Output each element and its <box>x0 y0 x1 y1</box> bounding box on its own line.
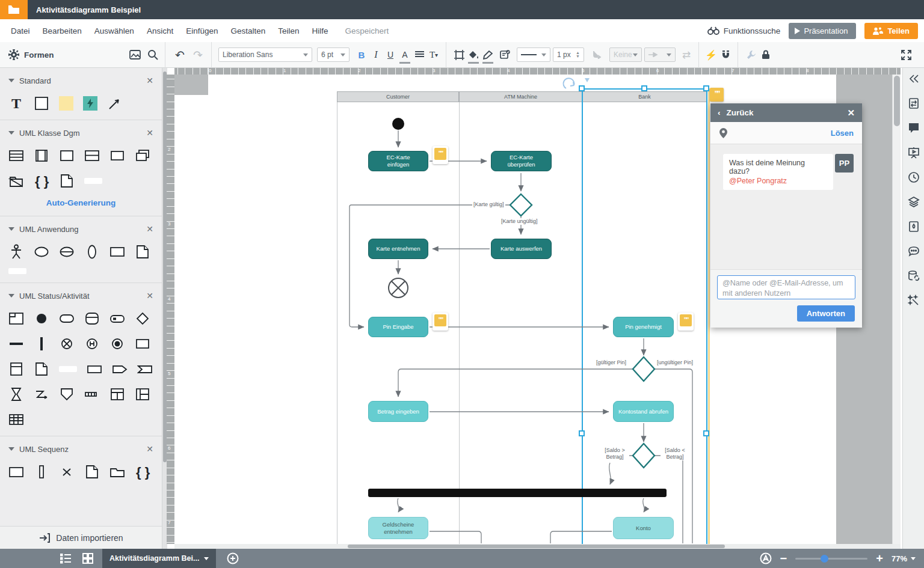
activation-bar-shape[interactable] <box>34 464 49 480</box>
note-shape[interactable] <box>34 361 49 377</box>
zoom-in-button[interactable]: + <box>876 552 883 566</box>
section-title[interactable]: UML Status/Aktivität <box>19 292 90 301</box>
edge-label[interactable]: [Saldo > Betrag] <box>600 447 629 460</box>
edge-label[interactable]: [Saldo < Betrag] <box>661 447 689 460</box>
menu-teilen[interactable]: Teilen <box>278 26 299 35</box>
menu-bearbeiten[interactable]: Bearbeiten <box>43 26 82 35</box>
link-line-shape[interactable] <box>59 366 77 372</box>
use-case-extension-shape[interactable] <box>59 244 75 260</box>
line-style-select[interactable] <box>517 47 550 62</box>
history-icon[interactable] <box>908 171 920 183</box>
activity-node[interactable]: EC-Karte überprüfen <box>491 151 552 171</box>
rectangle-shape[interactable] <box>135 336 150 352</box>
auto-generate-link[interactable]: Auto-Generierung <box>8 198 153 207</box>
selection-handle[interactable] <box>579 430 585 436</box>
class2-shape[interactable] <box>84 148 100 163</box>
collapse-panel-icon[interactable] <box>908 73 920 85</box>
system-ellipse-shape[interactable] <box>84 244 100 260</box>
section-title[interactable]: UML Sequenz <box>19 445 69 454</box>
image-insert-icon[interactable] <box>128 47 142 62</box>
line-color-icon[interactable] <box>481 47 495 62</box>
flow-final-shape[interactable] <box>59 336 75 352</box>
use-case-shape[interactable] <box>34 244 49 260</box>
menu-einfuegen[interactable]: Einfügen <box>186 26 218 35</box>
map-pin-icon[interactable] <box>719 127 728 139</box>
note-shape[interactable] <box>135 244 150 260</box>
section-title[interactable]: Standard <box>19 76 51 85</box>
actor-shape[interactable] <box>8 244 24 260</box>
selection-handle[interactable] <box>641 85 647 91</box>
selection-handle[interactable] <box>579 85 585 91</box>
collapse-triangle-icon[interactable] <box>8 79 14 82</box>
close-icon[interactable] <box>146 444 153 454</box>
comment-mention[interactable]: @Peter Pongratz <box>729 177 827 185</box>
activity-node[interactable]: Betrag eingeben <box>368 401 428 422</box>
package-shape[interactable] <box>8 173 24 189</box>
comments-icon[interactable] <box>908 122 920 134</box>
bold-button[interactable]: B <box>354 47 369 62</box>
font-family-select[interactable]: Liberation Sans <box>218 47 312 62</box>
edge-label[interactable]: [gültiger Pin] <box>595 359 627 366</box>
hotspot-icon[interactable]: ⚡ <box>704 47 718 62</box>
close-icon[interactable] <box>146 128 153 138</box>
initial-state-shape[interactable] <box>34 311 49 326</box>
zigzag-connector-shape[interactable] <box>34 386 49 402</box>
font-color-button[interactable]: A <box>398 47 412 62</box>
text-options-button[interactable]: T▾ <box>427 47 441 62</box>
fill-color-icon[interactable] <box>466 47 481 62</box>
activity-node[interactable]: Geldscheine entnehmen <box>368 517 428 539</box>
arrow-shape[interactable] <box>107 96 123 111</box>
section-title[interactable]: UML Klasse Dgm <box>19 129 80 138</box>
grid-table-shape[interactable] <box>8 412 24 427</box>
activity-node[interactable]: Kontostand abrufen <box>613 401 674 422</box>
close-icon[interactable] <box>146 224 153 234</box>
close-icon[interactable] <box>146 76 153 85</box>
selection-handle[interactable] <box>703 430 709 436</box>
menu-gestalten[interactable]: Gestalten <box>230 26 265 35</box>
zoom-level[interactable]: 77% <box>892 554 916 563</box>
gear-icon[interactable] <box>8 49 19 60</box>
fork-horizontal-shape[interactable] <box>8 336 24 352</box>
reply-input[interactable]: @Name oder @E-Mail-Adresse, um mit ander… <box>717 275 855 299</box>
folder-shape[interactable] <box>109 464 125 480</box>
activity-shape[interactable] <box>59 311 75 326</box>
edge-label[interactable]: [ungültiger Pin] <box>656 359 694 366</box>
font-size-select[interactable]: 6 pt <box>317 47 350 62</box>
presentation-button[interactable]: Präsentation <box>789 23 856 39</box>
back-button[interactable]: Zurück <box>727 108 754 117</box>
page-setup-icon[interactable] <box>908 97 920 109</box>
fit-to-screen-icon[interactable] <box>760 552 772 564</box>
constraint-shape[interactable]: { } <box>34 173 49 189</box>
receive-signal-shape[interactable] <box>137 361 153 377</box>
search-shapes-icon[interactable] <box>146 47 160 62</box>
comment-marker[interactable]: ”” <box>433 313 448 331</box>
close-icon[interactable] <box>146 291 153 301</box>
object-shape[interactable] <box>59 148 75 163</box>
collapse-triangle-icon[interactable] <box>8 294 14 298</box>
redo-icon[interactable]: ↷ <box>191 47 205 62</box>
presentation-icon[interactable] <box>908 147 920 159</box>
link-line-shape[interactable] <box>8 268 26 274</box>
section-title[interactable]: UML Anwendung <box>19 225 79 234</box>
frame-shape[interactable] <box>8 311 24 326</box>
page-tab[interactable]: Aktivitätsdiagramm Bei... <box>102 549 216 568</box>
document-list-icon[interactable] <box>60 552 72 564</box>
vertical-scrollbar[interactable] <box>892 75 901 544</box>
pentagon-shape[interactable] <box>59 386 75 402</box>
component-shape[interactable] <box>34 148 49 163</box>
line-width-stepper[interactable]: 1 px ▲▼ <box>553 47 584 62</box>
align-button[interactable] <box>412 47 427 62</box>
rectangle-shape[interactable] <box>109 244 125 260</box>
document-theme-icon[interactable] <box>908 221 920 233</box>
fullscreen-icon[interactable] <box>899 47 913 62</box>
page-grid-icon[interactable] <box>82 552 94 564</box>
table-header-shape[interactable] <box>109 386 125 402</box>
comment-marker[interactable]: ”” <box>433 146 448 164</box>
back-chevron-icon[interactable]: ‹ <box>718 108 721 117</box>
collapse-triangle-icon[interactable] <box>8 447 14 451</box>
link-line-shape[interactable] <box>84 178 102 184</box>
interactive-block-shape[interactable] <box>83 96 97 111</box>
object-box-shape[interactable] <box>8 464 24 480</box>
add-page-icon[interactable] <box>227 552 239 564</box>
underline-button[interactable]: U <box>383 47 398 62</box>
